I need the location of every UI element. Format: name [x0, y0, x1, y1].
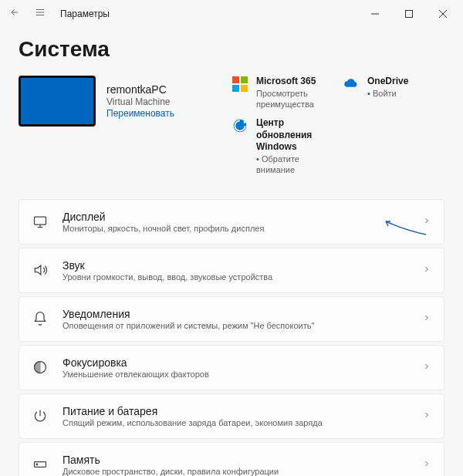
maximize-button[interactable] — [392, 3, 426, 25]
bell-icon — [32, 311, 49, 326]
chevron-right-icon — [422, 409, 431, 423]
speaker-icon — [32, 262, 49, 278]
row-sound-title: Звук — [63, 259, 422, 272]
promo-update-title: Центр обновления Windows — [256, 117, 333, 154]
power-icon — [32, 408, 49, 424]
storage-icon — [32, 457, 49, 472]
top-grid: remontkaPC Virtual Machine Переименовать… — [19, 76, 444, 176]
device-block: remontkaPC Virtual Machine Переименовать — [19, 76, 219, 127]
row-storage[interactable]: Память Дисковое пространство, диски, пра… — [19, 442, 444, 476]
titlebar-left: Параметры — [9, 7, 110, 21]
rename-link[interactable]: Переименовать — [106, 108, 174, 119]
back-icon[interactable] — [9, 7, 20, 21]
promo-onedrive-sub: Войти — [367, 88, 408, 99]
promo-grid: Microsoft 365 Просмотреть преимущества O… — [231, 76, 444, 176]
chevron-right-icon — [422, 360, 431, 374]
promo-onedrive-title: OneDrive — [367, 76, 408, 88]
chevron-right-icon — [422, 457, 431, 471]
close-button[interactable] — [426, 3, 460, 25]
promo-update-sub: Обратите внимание — [256, 154, 333, 176]
ms365-icon — [231, 76, 248, 93]
row-notif-title: Уведомления — [63, 308, 422, 320]
row-power-sub: Спящий режим, использование заряда батар… — [63, 418, 422, 427]
row-storage-title: Память — [63, 454, 422, 466]
promo-ms365-sub: Просмотреть преимущества — [256, 88, 333, 110]
device-thumbnail — [19, 76, 96, 127]
row-focus[interactable]: Фокусировка Уменьшение отвлекающих факто… — [19, 345, 444, 390]
promo-windows-update[interactable]: Центр обновления Windows Обратите вниман… — [231, 117, 333, 175]
focus-icon — [32, 360, 49, 375]
row-notif-sub: Оповещения от приложений и системы, режи… — [63, 321, 422, 330]
row-storage-sub: Дисковое пространство, диски, правила ко… — [63, 467, 422, 476]
row-display[interactable]: Дисплей Мониторы, яркость, ночной свет, … — [19, 199, 444, 245]
settings-list: Дисплей Мониторы, яркость, ночной свет, … — [19, 199, 444, 476]
row-sound-sub: Уровни громкости, вывод, ввод, звуковые … — [63, 272, 422, 282]
chevron-right-icon — [422, 214, 431, 228]
row-display-title: Дисплей — [63, 211, 422, 223]
device-name: remontkaPC — [106, 83, 174, 96]
promo-ms365-title: Microsoft 365 — [256, 76, 333, 88]
svg-rect-2 — [35, 217, 46, 224]
row-power-title: Питание и батарея — [63, 405, 422, 417]
onedrive-icon — [343, 76, 360, 93]
content: Система remontkaPC Virtual Machine Переи… — [0, 28, 463, 476]
device-info: remontkaPC Virtual Machine Переименовать — [106, 83, 174, 119]
row-focus-title: Фокусировка — [63, 356, 422, 369]
svg-rect-0 — [406, 11, 413, 18]
row-power[interactable]: Питание и батарея Спящий режим, использо… — [19, 393, 444, 439]
windows-update-icon — [231, 117, 248, 134]
promo-ms365[interactable]: Microsoft 365 Просмотреть преимущества — [231, 76, 333, 110]
titlebar: Параметры — [0, 0, 463, 28]
row-display-sub: Мониторы, яркость, ночной свет, профиль … — [63, 224, 422, 233]
chevron-right-icon — [422, 312, 431, 326]
window-controls — [358, 3, 460, 25]
page-title: Система — [19, 37, 444, 62]
row-notifications[interactable]: Уведомления Оповещения от приложений и с… — [19, 296, 444, 342]
monitor-icon — [32, 214, 49, 229]
device-type: Virtual Machine — [106, 96, 174, 107]
row-focus-sub: Уменьшение отвлекающих факторов — [63, 370, 422, 379]
promo-onedrive[interactable]: OneDrive Войти — [343, 76, 444, 110]
hamburger-icon[interactable] — [34, 7, 46, 21]
window-title: Параметры — [60, 8, 110, 19]
row-sound[interactable]: Звук Уровни громкости, вывод, ввод, звук… — [19, 248, 444, 293]
chevron-right-icon — [422, 263, 431, 277]
svg-point-5 — [36, 464, 38, 465]
minimize-button[interactable] — [358, 3, 392, 25]
